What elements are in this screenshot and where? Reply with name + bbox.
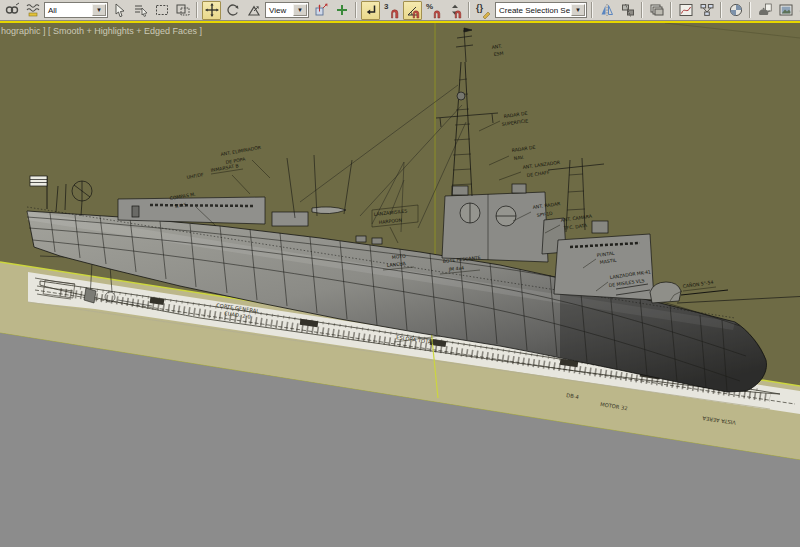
named-selection-value: Create Selection Se (499, 6, 570, 15)
toolbar-separator (591, 2, 593, 18)
snaps-toggle-3d[interactable]: 3 (382, 1, 401, 20)
magnet-icon (433, 10, 442, 19)
selection-filter-value: All (48, 6, 57, 15)
curve-editor-button[interactable] (676, 1, 695, 20)
percent-snap-toggle[interactable]: % (424, 1, 443, 20)
use-pivot-point-center-button[interactable] (311, 1, 330, 20)
coordinate-system-value: View (269, 6, 286, 15)
ship-annotation-text: RADAR DE (511, 145, 535, 153)
align-button[interactable] (618, 1, 637, 20)
chevron-down-icon[interactable]: ▼ (92, 4, 106, 16)
schematic-view-button[interactable] (697, 1, 716, 20)
toolbar-separator (355, 2, 357, 18)
toolbar-separator (670, 2, 672, 18)
reference-line (677, 297, 800, 304)
ship-annotation-text: DE CHAFF (526, 170, 550, 178)
ship-annotation-text: ANT. ELIMINADOR (220, 145, 262, 157)
select-and-manipulate-button[interactable] (332, 1, 351, 20)
select-and-move-button[interactable] (202, 1, 221, 20)
angle-snap-toggle[interactable] (403, 1, 422, 20)
ship-annotation-text: SUPERFICIE (501, 118, 528, 127)
rectangular-selection-region-icon[interactable] (152, 1, 171, 20)
selection-filter-dropdown[interactable]: All ▼ (44, 2, 108, 18)
reference-coordinate-system-dropdown[interactable]: View ▼ (265, 2, 309, 18)
snap-3d-label: 3 (384, 2, 388, 11)
named-selection-sets-dropdown[interactable]: Create Selection Se ▼ (495, 2, 587, 18)
select-and-scale-button[interactable] (244, 1, 263, 20)
select-by-name-icon[interactable] (131, 1, 150, 20)
chevron-down-icon[interactable]: ▼ (571, 4, 585, 16)
mirror-button[interactable] (597, 1, 616, 20)
render-setup-button[interactable] (755, 1, 774, 20)
spinner-snap-toggle[interactable] (445, 1, 464, 20)
ship-annotation-text: CAÑON 5"-54 (682, 279, 713, 289)
scene-svg[interactable]: ANT.ESMRADAR DESUPERFICIERADAR DENAV.ANT… (0, 23, 800, 547)
toolbar-separator (720, 2, 722, 18)
rendered-frame-window-button[interactable] (776, 1, 795, 20)
magnet-icon (454, 10, 463, 19)
window-crossing-icon[interactable] (173, 1, 192, 20)
ship-annotation-text: ANT. LANZADOR (522, 160, 561, 170)
ship-annotation-text: ESM (493, 51, 503, 57)
edit-named-selection-sets-button[interactable]: {} (474, 1, 493, 20)
3dsmax-window: All ▼ View ▼ (0, 0, 800, 547)
toolbar-separator (749, 2, 751, 18)
main-toolbar: All ▼ View ▼ (0, 0, 800, 21)
select-and-rotate-button[interactable] (223, 1, 242, 20)
chevron-down-icon[interactable]: ▼ (293, 4, 307, 16)
unlink-selection-icon[interactable] (2, 1, 21, 20)
ship-annotation-text: ANT. CAMARA (560, 214, 593, 223)
ship-annotation-text: ANT. (491, 44, 502, 50)
ship-annotation-text: LANZAMISILES (374, 209, 408, 217)
layer-manager-button[interactable] (647, 1, 666, 20)
ship-annotation-text: RADAR DE (503, 111, 527, 119)
select-object-icon[interactable] (110, 1, 129, 20)
bind-to-space-warp-icon[interactable] (23, 1, 42, 20)
pencil-icon (481, 8, 492, 19)
viewport-label[interactable]: hographic ] [ Smooth + Highlights + Edge… (1, 26, 202, 36)
magnet-icon (412, 10, 421, 19)
toolbar-separator (641, 2, 643, 18)
material-editor-button[interactable] (726, 1, 745, 20)
ship-annotation-text: NAV. (513, 155, 524, 161)
viewport[interactable]: ANT.ESMRADAR DESUPERFICIERADAR DENAV.ANT… (0, 21, 800, 547)
toolbar-separator (468, 2, 470, 18)
ship-annotation-text: UHF/DF (186, 172, 204, 180)
keyboard-shortcut-override-toggle[interactable] (361, 1, 380, 20)
toolbar-separator (196, 2, 198, 18)
ship-annotation-text: INMARSAT B (210, 163, 239, 173)
magnet-icon (390, 9, 400, 19)
